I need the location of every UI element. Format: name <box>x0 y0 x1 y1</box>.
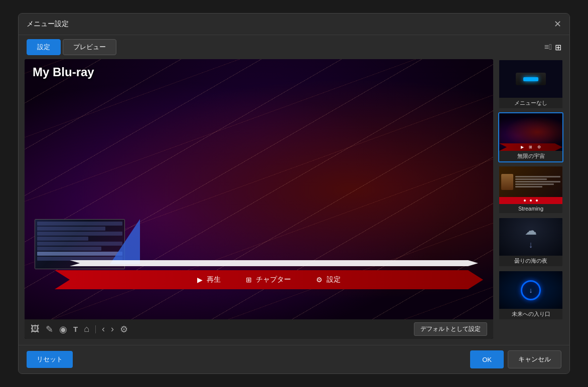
menu-item-settings-label: 設定 <box>327 275 341 284</box>
toolbar-separator <box>95 325 96 333</box>
preview-title: My Blu-ray <box>33 65 94 79</box>
thumb4-background: ☁ ↓ <box>499 218 562 256</box>
thumb3-dot <box>530 200 532 202</box>
thumb2-settings: ⚙ <box>537 145 541 149</box>
thumbnail-cloudy-night[interactable]: ☁ ↓ 曇りの海の夜 <box>498 217 563 267</box>
bottom-right-buttons: OK キャンセル <box>470 350 561 368</box>
color-tool-icon[interactable]: ◉ <box>59 324 67 335</box>
prev-nav-icon[interactable]: ‹ <box>102 324 105 334</box>
thumb1-light <box>523 77 538 81</box>
preview-toolbar: 🖼 ✎ ◉ T ⌂ ‹ › ⚙ デフォルトとして設定 <box>25 319 493 339</box>
thumb3-background <box>499 166 562 204</box>
toolbar-settings-icon[interactable]: ⚙ <box>120 324 128 335</box>
view-controls: ≡⃞ ⊞ <box>544 43 561 52</box>
menu-item-play-label: 再生 <box>207 275 221 284</box>
thumb1-device <box>516 73 546 85</box>
tab-bar: 設定 プレビュー ≡⃞ ⊞ <box>19 35 569 59</box>
overlay-row <box>37 247 101 251</box>
thumb3-line <box>515 176 560 177</box>
thumb5-portal: ↓ <box>521 280 541 300</box>
menu-item-chapter-label: チャプター <box>256 275 291 284</box>
tab-settings[interactable]: 設定 <box>27 39 61 55</box>
grid-view-icon[interactable]: ⊞ <box>555 43 561 52</box>
thumb-label-cosmos: 無限の宇宙 <box>499 151 562 161</box>
edit-tool-icon[interactable]: ✎ <box>46 324 53 335</box>
thumb3-hero <box>499 166 562 197</box>
thumb4-download-icon: ↓ <box>529 240 533 250</box>
thumbnail-no-menu[interactable]: メニューなし <box>498 59 563 109</box>
cancel-button[interactable]: キャンセル <box>508 350 561 368</box>
thumb3-line <box>515 186 542 187</box>
thumb1-background <box>499 60 562 98</box>
overlay-row <box>37 227 105 231</box>
thumb3-avatar <box>501 174 513 190</box>
window-title: メニュー設定 <box>27 20 69 29</box>
thumbnail-cosmos[interactable]: ▶ ⊞ ⚙ 無限の宇宙 <box>498 112 563 162</box>
tab-preview[interactable]: プレビュー <box>63 39 116 55</box>
thumb2-background: ▶ ⊞ ⚙ <box>499 113 562 151</box>
thumb3-line <box>515 178 547 180</box>
chapter-icon: ⊞ <box>246 276 252 284</box>
blue-triangle-accent <box>110 219 140 264</box>
thumb3-menubar <box>499 197 562 204</box>
image-tool-icon[interactable]: 🖼 <box>31 324 40 334</box>
reset-button[interactable]: リセット <box>27 351 73 368</box>
overlay-row <box>37 237 88 241</box>
thumbnail-streaming[interactable]: Streaming <box>498 165 563 214</box>
preview-area: My Blu-ray <box>25 59 493 339</box>
thumb3-line <box>515 181 560 182</box>
thumb3-dot <box>524 200 526 202</box>
thumb-label-streaming: Streaming <box>499 204 562 213</box>
thumb3-dot <box>536 200 538 202</box>
thumb-image-cosmos: ▶ ⊞ ⚙ <box>499 113 562 151</box>
thumb5-background: ↓ <box>499 271 562 309</box>
menu-bar-background: ▶ 再生 ⊞ チャプター ⚙ 設定 <box>55 270 483 289</box>
thumb4-cloud-icon: ☁ <box>525 224 537 238</box>
toolbar-icons: 🖼 ✎ ◉ T ⌂ ‹ › ⚙ <box>31 324 128 335</box>
thumbnail-sidebar: メニューなし ▶ ⊞ ⚙ 無限の宇宙 <box>498 59 563 339</box>
list-view-icon[interactable]: ≡⃞ <box>544 43 552 52</box>
tabs: 設定 プレビュー <box>27 39 116 55</box>
thumb-label-cloudy-night: 曇りの海の夜 <box>499 256 562 266</box>
close-button[interactable]: ✕ <box>554 20 561 29</box>
next-nav-icon[interactable]: › <box>111 324 114 334</box>
text-tool-icon[interactable]: T <box>73 325 78 333</box>
thumb2-play: ▶ <box>521 145 524 149</box>
preview-canvas: My Blu-ray <box>25 59 493 319</box>
thumb-label-future-portal: 未来への入り口 <box>499 309 562 319</box>
main-window: メニュー設定 ✕ 設定 プレビュー ≡⃞ ⊞ My Blu-ray <box>18 13 570 374</box>
set-default-button[interactable]: デフォルトとして設定 <box>414 322 487 336</box>
main-content: My Blu-ray <box>19 59 569 345</box>
thumb-label-no-menu: メニューなし <box>499 98 562 108</box>
home-tool-icon[interactable]: ⌂ <box>84 324 89 334</box>
thumb-image-future-portal: ↓ <box>499 271 562 309</box>
thumb2-menubar: ▶ ⊞ ⚙ <box>499 143 562 151</box>
thumb3-text <box>515 176 560 187</box>
title-bar: メニュー設定 ✕ <box>19 14 569 35</box>
thumb-image-streaming <box>499 166 562 204</box>
bottom-bar: リセット OK キャンセル <box>19 345 569 373</box>
settings-icon: ⚙ <box>316 276 323 284</box>
white-bar-accent <box>70 260 478 266</box>
menu-item-play: ▶ 再生 <box>197 275 221 284</box>
menu-item-settings: ⚙ 設定 <box>316 275 341 284</box>
thumb3-line <box>515 183 554 185</box>
ok-button[interactable]: OK <box>470 350 504 368</box>
thumbnail-future-portal[interactable]: ↓ 未来への入り口 <box>498 270 563 320</box>
thumb-image-cloudy-night: ☁ ↓ <box>499 218 562 256</box>
menu-bar-overlay: ▶ 再生 ⊞ チャプター ⚙ 設定 <box>55 270 483 289</box>
thumb2-chapter: ⊞ <box>529 145 532 149</box>
menu-item-chapter: ⊞ チャプター <box>246 275 291 284</box>
play-icon: ▶ <box>197 276 203 284</box>
thumb-image-no-menu <box>499 60 562 98</box>
